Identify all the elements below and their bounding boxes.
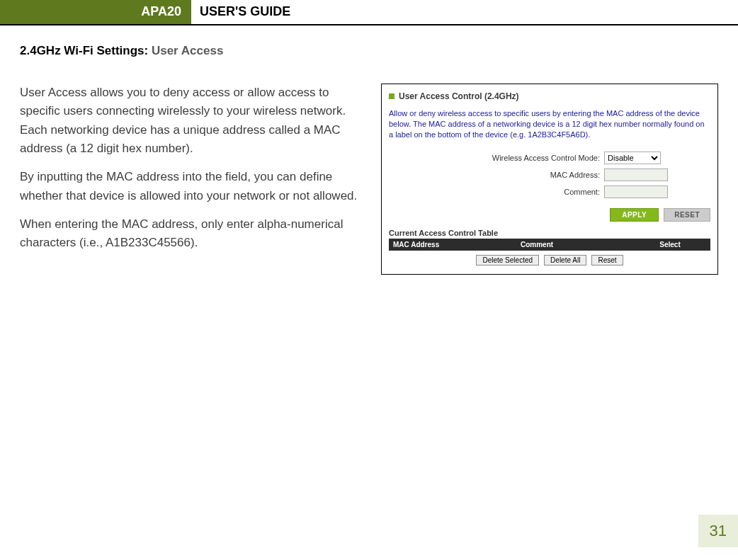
table-reset-button[interactable]: Reset <box>591 255 623 265</box>
panel-description: Allow or deny wireless access to specifi… <box>389 108 710 140</box>
body-text-column: User Access allows you to deny access or… <box>20 84 367 275</box>
comment-input[interactable] <box>604 185 668 198</box>
paragraph-3: When entering the MAC address, only ente… <box>20 215 367 253</box>
paragraph-1: User Access allows you to deny access or… <box>20 84 367 158</box>
bullet-icon <box>389 93 394 99</box>
col-select: Select <box>634 241 706 248</box>
delete-selected-button[interactable]: Delete Selected <box>476 255 539 265</box>
mac-input[interactable] <box>604 168 668 181</box>
screenshot-panel: User Access Control (2.4GHz) Allow or de… <box>381 84 718 275</box>
table-caption: Current Access Control Table <box>389 229 710 237</box>
panel-title-text: User Access Control (2.4GHz) <box>399 91 519 101</box>
reset-button[interactable]: RESET <box>664 208 710 222</box>
mode-label: Wireless Access Control Mode: <box>399 154 604 162</box>
panel-title: User Access Control (2.4GHz) <box>389 91 710 101</box>
section-heading-bold: 2.4GHz Wi-Fi Settings: <box>20 44 152 57</box>
comment-label: Comment: <box>399 188 604 196</box>
guide-title: USER'S GUIDE <box>191 0 290 24</box>
page-header: APA20 USER'S GUIDE <box>0 0 738 25</box>
delete-all-button[interactable]: Delete All <box>544 255 586 265</box>
product-badge: APA20 <box>0 0 191 24</box>
col-comment: Comment <box>521 241 634 248</box>
page-number: 31 <box>698 515 738 547</box>
table-header-row: MAC Address Comment Select <box>389 239 710 251</box>
apply-button[interactable]: APPLY <box>610 208 659 222</box>
col-mac: MAC Address <box>393 241 521 248</box>
mac-label: MAC Address: <box>399 171 604 179</box>
section-heading: 2.4GHz Wi-Fi Settings: User Access <box>20 44 718 58</box>
mode-select[interactable]: Disable <box>604 152 661 164</box>
paragraph-2: By inputting the MAC address into the fi… <box>20 168 367 205</box>
section-heading-gray: User Access <box>152 44 223 57</box>
